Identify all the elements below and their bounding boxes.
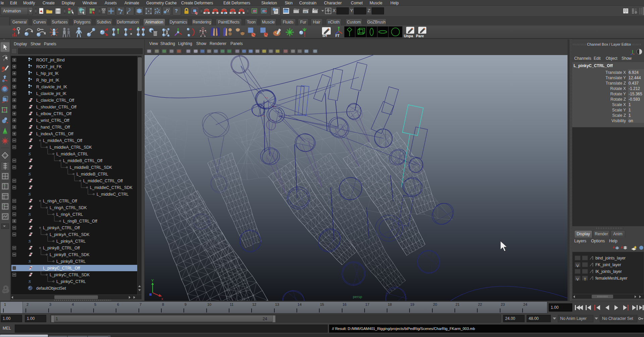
svg-text:IPR: IPR	[304, 11, 307, 13]
svg-text:Y: Y	[151, 279, 154, 283]
svg-text:persp: persp	[353, 295, 362, 299]
svg-text:x: x	[161, 297, 163, 301]
